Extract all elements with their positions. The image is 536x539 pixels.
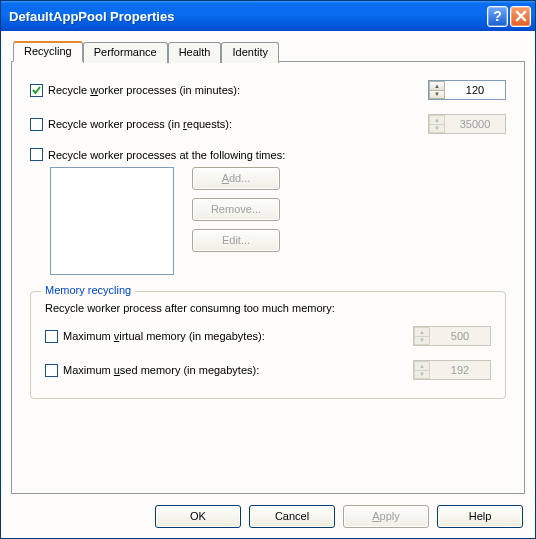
spinner-up-icon: ▲: [414, 361, 430, 370]
spinner-recycle-requests: ▲ ▼ 35000: [428, 114, 506, 134]
label-recycle-times: Recycle worker processes at the followin…: [48, 149, 285, 161]
remove-button: Remove...: [192, 198, 280, 221]
checkbox-max-used[interactable]: [45, 364, 58, 377]
memory-recycling-group: Memory recycling Recycle worker process …: [30, 291, 506, 399]
tabstrip: Recycling Performance Health Identity: [13, 41, 525, 62]
apply-button: Apply: [343, 505, 429, 528]
spinner-max-virtual: ▲ ▼ 500: [413, 326, 491, 346]
checkbox-max-virtual[interactable]: [45, 330, 58, 343]
row-max-virtual: Maximum virtual memory (in megabytes): ▲…: [45, 326, 491, 346]
spinner-down-icon[interactable]: ▼: [429, 90, 445, 100]
label-recycle-minutes: Recycle worker processes (in minutes):: [48, 84, 240, 96]
label-max-used: Maximum used memory (in megabytes):: [63, 364, 259, 376]
spinner-up-icon: ▲: [414, 327, 430, 336]
tab-panel-recycling: Recycle worker processes (in minutes): ▲…: [11, 61, 525, 494]
row-max-used: Maximum used memory (in megabytes): ▲ ▼ …: [45, 360, 491, 380]
spinner-recycle-requests-value: 35000: [445, 115, 505, 133]
titlebar: DefaultAppPool Properties ?: [1, 1, 535, 31]
tab-performance[interactable]: Performance: [83, 42, 168, 63]
memory-desc: Recycle worker process after consumng to…: [45, 302, 491, 314]
tab-recycling[interactable]: Recycling: [13, 41, 83, 62]
tab-identity[interactable]: Identity: [221, 42, 278, 63]
spinner-down-icon: ▼: [429, 124, 445, 134]
memory-legend: Memory recycling: [41, 284, 135, 296]
times-area: Add... Remove... Edit...: [50, 167, 506, 275]
cancel-button[interactable]: Cancel: [249, 505, 335, 528]
label-max-virtual: Maximum virtual memory (in megabytes):: [63, 330, 265, 342]
checkbox-recycle-times[interactable]: [30, 148, 43, 161]
row-recycle-times: Recycle worker processes at the followin…: [30, 148, 506, 161]
edit-button: Edit...: [192, 229, 280, 252]
client-area: Recycling Performance Health Identity Re…: [1, 31, 535, 538]
close-icon[interactable]: [510, 6, 531, 27]
spinner-down-icon: ▼: [414, 336, 430, 346]
help-button[interactable]: Help: [437, 505, 523, 528]
window-title: DefaultAppPool Properties: [9, 9, 485, 24]
help-icon[interactable]: ?: [487, 6, 508, 27]
spinner-recycle-minutes[interactable]: ▲ ▼ 120: [428, 80, 506, 100]
tab-health[interactable]: Health: [168, 42, 222, 63]
spinner-max-virtual-value: 500: [430, 327, 490, 345]
row-recycle-minutes: Recycle worker processes (in minutes): ▲…: [30, 80, 506, 100]
times-listbox[interactable]: [50, 167, 174, 275]
spinner-up-icon: ▲: [429, 115, 445, 124]
spinner-down-icon: ▼: [414, 370, 430, 380]
spinner-recycle-minutes-value[interactable]: 120: [445, 81, 505, 99]
label-recycle-requests: Recycle worker process (in requests):: [48, 118, 232, 130]
spinner-up-icon[interactable]: ▲: [429, 81, 445, 90]
row-recycle-requests: Recycle worker process (in requests): ▲ …: [30, 114, 506, 134]
checkbox-recycle-requests[interactable]: [30, 118, 43, 131]
checkbox-recycle-minutes[interactable]: [30, 84, 43, 97]
spinner-max-used: ▲ ▼ 192: [413, 360, 491, 380]
ok-button[interactable]: OK: [155, 505, 241, 528]
dialog-footer: OK Cancel Apply Help: [11, 495, 525, 528]
spinner-max-used-value: 192: [430, 361, 490, 379]
add-button: Add...: [192, 167, 280, 190]
